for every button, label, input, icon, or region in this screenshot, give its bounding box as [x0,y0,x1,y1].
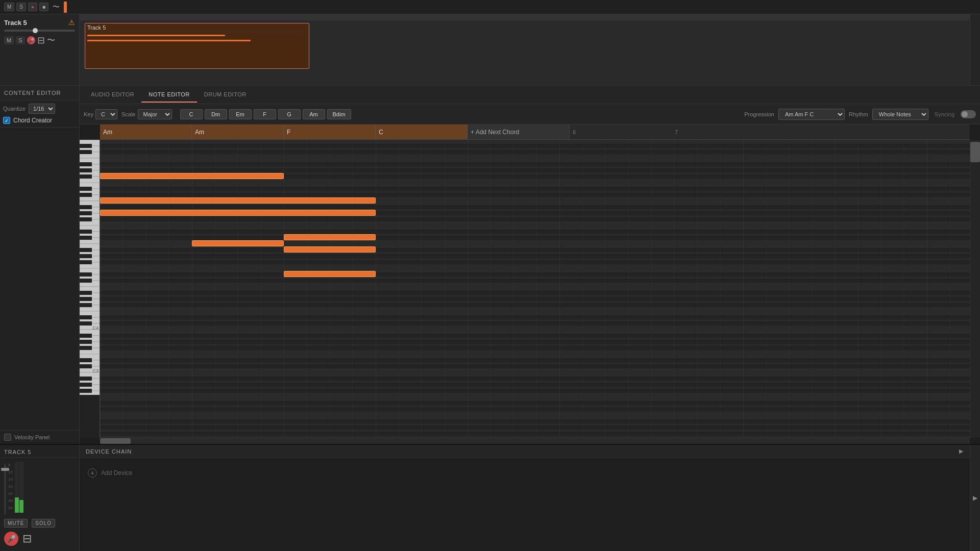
chord-btn-em[interactable]: Em [229,109,252,119]
chord-btn-c[interactable]: C [180,109,203,119]
note-am1-e4[interactable] [100,173,284,179]
stop-button[interactable]: ■ [39,3,48,11]
mute-button[interactable]: MUTE [4,519,28,528]
device-chain-expand[interactable]: ▶ [959,448,964,455]
rhythm-select[interactable]: Whole NotesHalf NotesQuarter Notes [872,109,928,120]
add-device-label: Add Device [101,469,132,477]
solo-button[interactable]: SOLO [32,519,55,528]
chord-btn-am[interactable]: Am [303,109,325,119]
chord-btn-bdim[interactable]: Bdim [327,109,351,119]
quantize-select[interactable]: 1/16 1/8 1/4 [29,104,55,114]
scale-select[interactable]: MajorMinorDorian [138,109,172,119]
velocity-panel-checkbox[interactable] [4,434,11,441]
key-label: Key [84,111,93,117]
chord-header: Am Am F C + Add Next Chord 6 7 [100,124,970,140]
note-f-a3[interactable] [192,240,284,246]
chord-block-am2[interactable]: Am [192,124,284,139]
eq-icon-large: ⊟ [22,532,32,545]
chord-creator-checkbox[interactable] [3,117,10,124]
add-device-area[interactable]: + Add Device [80,458,970,488]
track-s-btn[interactable]: S [16,36,24,44]
s-button[interactable]: S [16,3,26,11]
track-clip[interactable]: Track 5 [85,23,309,69]
measure-6: 6 [570,124,672,139]
track-m-btn[interactable]: M [4,36,14,44]
chord-block-c[interactable]: C [376,124,468,139]
automation-icon: 〜 [53,3,60,12]
note-am1-c4[interactable] [100,197,376,204]
chord-btn-f[interactable]: F [254,109,276,119]
track5-bottom-label: TRACK 5 [2,447,77,458]
volume-fader[interactable] [4,464,6,515]
velocity-panel-label: Velocity Panel [14,434,50,440]
svg-rect-25 [100,140,970,438]
chord-block-f[interactable]: F [284,124,376,139]
progression-label: Progression [744,111,774,117]
track-volume-slider[interactable] [4,30,75,32]
m-button[interactable]: M [4,3,14,11]
track-clip-label: Track 5 [85,23,309,32]
measure-7: 7 [672,124,774,139]
chord-btn-dm[interactable]: Dm [205,109,227,119]
quantize-label: Quantize [3,106,26,112]
chord-creator-label: Chord Creator [13,117,52,124]
rec-button[interactable]: ● [28,3,37,11]
progression-select[interactable]: Am Am F C [778,109,845,120]
device-chain-scroll-right[interactable]: ▶ [970,445,980,551]
grid-bg [100,140,970,438]
chord-block-am1[interactable]: Am [100,124,192,139]
piano-keys: C4 C3 [80,140,100,438]
track5-bottom-controls: TRACK 5 8 16 24 32 40 48 54 [0,445,80,551]
syncing-label: Syncing [935,111,954,117]
svg-rect-12 [80,140,100,395]
note-c-c3[interactable] [284,271,376,277]
note-grid[interactable] [100,140,970,438]
warning-icon: ⚠ [68,18,75,27]
chord-btn-g[interactable]: G [278,109,301,119]
track-eq-icon: ⊟ [37,35,45,46]
note-am1-a3[interactable] [100,210,376,216]
syncing-toggle[interactable] [961,110,976,118]
tab-drum-editor[interactable]: DRUM EDITOR [197,87,254,103]
device-chain-title: DEVICE CHAIN [86,448,132,455]
piano-roll-hscroll[interactable] [100,438,970,444]
track-mic-icon: 🎤 [27,36,35,44]
key-select[interactable]: CDEFGAB [95,109,117,119]
add-device-plus-icon: + [88,468,97,478]
right-scroll-panel[interactable] [970,140,980,438]
content-editor-header: CONTENT EDITOR [0,86,79,101]
scale-label: Scale [121,111,136,117]
meter-bar-left [15,462,19,513]
track-name: Track 5 [4,19,27,27]
add-next-chord-btn[interactable]: + Add Next Chord [468,124,570,139]
mic-icon-large: 🎤 [4,532,18,546]
note-c-e3[interactable] [284,246,376,253]
note-c-g3[interactable] [284,234,376,240]
rhythm-label: Rhythm [849,111,868,117]
track-automation-icon: 〜 [47,35,55,46]
tab-audio-editor[interactable]: AUDIO EDITOR [84,87,141,103]
tab-note-editor[interactable]: NOTE EDITOR [141,87,197,103]
meter-bar-right [19,462,23,513]
